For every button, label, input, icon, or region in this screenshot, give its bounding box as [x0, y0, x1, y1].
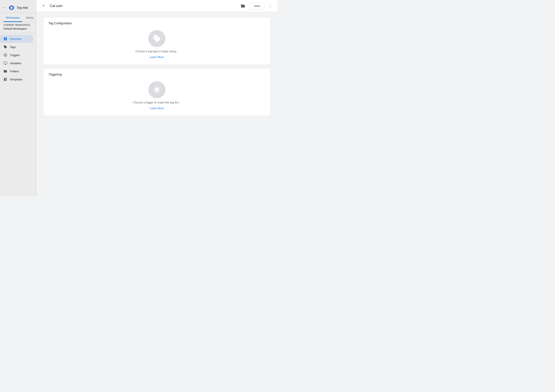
svg-rect-2 — [11, 7, 12, 9]
sidebar-item-triggers[interactable]: Triggers — [0, 51, 34, 59]
sidebar-item-templates[interactable]: Templates — [0, 75, 34, 83]
tag-configuration-card: Tag Configuration Choose a tag type to b… — [43, 17, 271, 65]
tabs-bar: Workspace Versio — [0, 13, 36, 22]
sidebar-item-tags-label: Tags — [10, 45, 15, 49]
triggering-card: Triggering Choose a trigger to make this… — [43, 68, 271, 116]
svg-rect-5 — [4, 62, 7, 64]
sidebar-item-variables[interactable]: Variables — [0, 59, 34, 67]
folders-icon — [3, 69, 7, 73]
nav-items-group: Overview Tags Triggers — [0, 33, 36, 83]
svg-rect-8 — [6, 79, 7, 80]
sidebar-item-variables-label: Variables — [10, 62, 21, 65]
tags-icon — [3, 45, 7, 49]
sidebar-item-folders-label: Folders — [10, 70, 19, 73]
dialog-actions: Save ⋮ — [249, 2, 274, 10]
sidebar-item-tags[interactable]: Tags — [0, 43, 34, 51]
variables-icon — [3, 61, 7, 65]
main-area: × Cal.com Save ⋮ Tag Configuration — [36, 0, 278, 196]
sidebar-item-folders[interactable]: Folders — [0, 67, 34, 75]
sidebar-item-overview-label: Overview — [10, 37, 21, 41]
svg-rect-9 — [6, 80, 7, 81]
gtm-logo — [8, 5, 15, 11]
back-icon[interactable]: ← — [3, 5, 6, 10]
tab-workspace[interactable]: Workspace — [3, 14, 22, 22]
dialog-folder-button[interactable] — [239, 2, 247, 10]
workspace-name: Default Workspace — [3, 27, 33, 30]
triggering-icon-circle[interactable] — [148, 81, 165, 98]
tag-icon — [153, 34, 161, 43]
overview-icon — [3, 37, 7, 41]
tag-config-icon-circle[interactable] — [148, 30, 165, 47]
tag-configuration-hint: Choose a tag type to begin setup... — [135, 50, 178, 53]
tag-configuration-title: Tag Configuration — [48, 21, 72, 25]
sidebar-item-triggers-label: Triggers — [10, 54, 20, 57]
triggering-title: Triggering — [48, 73, 62, 76]
save-button[interactable]: Save — [249, 2, 265, 9]
triggering-learn-more[interactable]: Learn More — [150, 107, 164, 110]
dialog-panel: × Cal.com Save ⋮ Tag Configuration — [36, 0, 278, 196]
svg-rect-7 — [4, 79, 6, 81]
tab-versions[interactable]: Versio — [23, 14, 36, 22]
sidebar-item-overview[interactable]: Overview — [0, 35, 34, 43]
templates-icon — [3, 78, 7, 81]
tag-configuration-inner: Choose a tag type to begin setup... Lear… — [48, 25, 265, 60]
triggering-inner: Choose a trigger to make this tag fire..… — [48, 76, 265, 112]
app-title: Tag Mar — [17, 6, 28, 9]
triggers-icon — [3, 53, 7, 57]
tag-configuration-learn-more[interactable]: Learn More — [150, 56, 164, 59]
triggering-hint: Choose a trigger to make this tag fire..… — [133, 101, 181, 104]
dialog-title: Cal.com — [50, 4, 236, 8]
dialog-body: Tag Configuration Choose a tag type to b… — [36, 12, 278, 196]
sidebar: ← Tag Mar Workspace Versio CURRENT WORKS… — [0, 0, 36, 196]
workspace-section-label: CURRENT WORKSPACE — [3, 24, 33, 26]
trigger-icon — [153, 86, 161, 94]
svg-point-4 — [5, 54, 6, 56]
sidebar-item-templates-label: Templates — [10, 78, 22, 81]
workspace-section: CURRENT WORKSPACE Default Workspace — [0, 22, 36, 33]
dialog-close-button[interactable]: × — [40, 2, 47, 10]
svg-point-11 — [155, 88, 159, 92]
svg-rect-6 — [4, 78, 7, 78]
dialog-header: × Cal.com Save ⋮ — [36, 0, 278, 12]
more-options-button[interactable]: ⋮ — [266, 2, 274, 10]
